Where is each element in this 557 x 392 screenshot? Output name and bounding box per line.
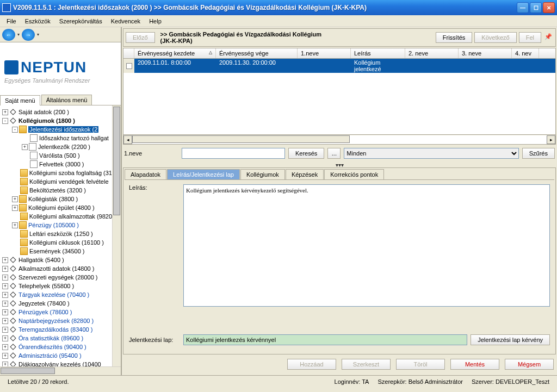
tab-korrekcios[interactable]: Korrekciós pontok	[324, 169, 384, 179]
tree-toggle-icon[interactable]: +	[12, 196, 18, 202]
nav-forward-icon[interactable]: →	[22, 29, 35, 41]
grid-col-header[interactable]: 3. neve	[459, 48, 512, 58]
tree-toggle-icon[interactable]	[22, 135, 29, 141]
tree-toggle-icon[interactable]	[12, 188, 19, 194]
tree-toggle-icon[interactable]: -	[2, 118, 8, 124]
leiras-textarea[interactable]	[183, 184, 550, 307]
tree-toggle-icon[interactable]: +	[2, 318, 8, 324]
tree-item[interactable]: +Teremgazdálkodás (83400 )	[0, 325, 112, 334]
tab-kepzesek[interactable]: Képzések	[286, 169, 324, 179]
up-button[interactable]: Fel	[519, 32, 541, 43]
tree-toggle-icon[interactable]	[12, 240, 19, 246]
tree-toggle-icon[interactable]: +	[2, 257, 8, 263]
tree-item[interactable]: +Hallgatók (5400 )	[0, 256, 112, 264]
edit-button[interactable]: Szerkeszt	[342, 359, 391, 370]
tab-leiras[interactable]: Leírás/Jelentkezési lap	[167, 169, 240, 179]
tree-item[interactable]: Leltári eszközök (1250 )	[0, 229, 112, 238]
tree-vscrollbar[interactable]	[112, 105, 121, 366]
tree-item[interactable]: +Alkalmazotti adatok (14800 )	[0, 264, 112, 273]
grid-col-header[interactable]: 2. neve	[405, 48, 459, 58]
tree-toggle-icon[interactable]	[12, 214, 19, 220]
maximize-button[interactable]: ☐	[530, 2, 542, 13]
tree-item[interactable]: +Pénzügy (105000 )	[0, 221, 112, 229]
filter-input[interactable]	[182, 148, 285, 159]
menu-favorites[interactable]: Kedvencek	[107, 17, 145, 26]
tree-item[interactable]: Felvettek (3000 )	[0, 160, 112, 169]
tree-item[interactable]: +Kollégiumi épület (4800 )	[0, 203, 112, 212]
tab-alapadatok[interactable]: Alapadatok	[125, 169, 166, 179]
menu-help[interactable]: Help	[145, 17, 166, 26]
tree-toggle-icon[interactable]	[12, 231, 19, 237]
tree-item[interactable]: +Diákigazolvány kezelés (10400	[0, 360, 112, 366]
delete-button[interactable]: Töröl	[396, 359, 445, 370]
next-button[interactable]: Következő	[474, 32, 516, 43]
grid-col-header[interactable]	[123, 48, 134, 58]
filter-select[interactable]: Minden	[344, 148, 518, 159]
tree-item[interactable]: Kollégiumi vendégek felvétele	[0, 177, 112, 186]
tree-item[interactable]: +Jelentkezők (2200 )	[0, 142, 112, 151]
tree-toggle-icon[interactable]: +	[2, 344, 8, 350]
nav-tree[interactable]: +Saját adatok (200 )-Kollégiumok (1800 )…	[0, 105, 112, 366]
tree-item[interactable]: Időszakhoz tartozó hallgat	[0, 134, 112, 142]
refresh-button[interactable]: Frissítés	[436, 32, 473, 43]
menu-tools[interactable]: Eszközök	[21, 17, 55, 26]
grid-col-header[interactable]: Érvényesség vége	[216, 48, 298, 58]
close-button[interactable]: ✕	[543, 2, 555, 13]
tree-toggle-icon[interactable]: +	[12, 205, 18, 211]
lap-input[interactable]	[183, 334, 467, 345]
tab-kollegiumok[interactable]: Kollégiumok	[240, 169, 285, 179]
tree-toggle-icon[interactable]: +	[2, 292, 8, 298]
scroll-right-icon[interactable]: ▸	[547, 135, 555, 144]
tree-item[interactable]: Kollégiumi szoba foglaltság (31	[0, 169, 112, 177]
tree-item[interactable]: +Órarendkészítés (90400 )	[0, 343, 112, 351]
tree-item[interactable]: -Kollégiumok (1800 )	[0, 116, 112, 125]
tree-item[interactable]: +Adminisztráció (95400 )	[0, 351, 112, 360]
minimize-button[interactable]: —	[517, 2, 529, 13]
filter-button[interactable]: Szűrés	[522, 148, 555, 159]
tree-toggle-icon[interactable]	[12, 179, 19, 185]
tree-toggle-icon[interactable]: +	[12, 222, 18, 228]
tree-toggle-icon[interactable]: +	[2, 275, 8, 281]
tree-item[interactable]: Kollégiumi ciklusok (16100 )	[0, 238, 112, 247]
cancel-button[interactable]: Mégsem	[505, 359, 554, 370]
grid-col-header[interactable]: Érvényesség kezdete △	[134, 48, 216, 58]
tree-item[interactable]: +Szervezeti egységek (28000 )	[0, 273, 112, 282]
nav-back-drop-icon[interactable]: ▾	[17, 32, 20, 37]
tab-altalanos-menu[interactable]: Általános menü	[41, 95, 92, 105]
tree-toggle-icon[interactable]	[12, 170, 19, 176]
tree-item[interactable]: +Saját adatok (200 )	[0, 108, 112, 116]
tree-item[interactable]: Kollégiumi alkalmazottak (9820	[0, 212, 112, 221]
tree-item[interactable]: +Óra statisztikák (89600 )	[0, 334, 112, 343]
tree-item[interactable]: Események (34500 )	[0, 247, 112, 256]
grid-col-header[interactable]: Leírás	[351, 48, 405, 58]
nav-forward-drop-icon[interactable]: ▾	[37, 32, 39, 37]
menu-roleswitch[interactable]: Szerepkörváltás	[55, 17, 107, 26]
tree-item[interactable]: Várólista (500 )	[0, 151, 112, 160]
tree-item[interactable]: +Kollégisták (3800 )	[0, 195, 112, 203]
tree-toggle-icon[interactable]	[22, 153, 29, 159]
row-checkbox[interactable]	[126, 63, 132, 69]
pin-icon[interactable]: 📌	[544, 33, 553, 42]
menu-file[interactable]: File	[2, 17, 21, 26]
save-button[interactable]: Mentés	[450, 359, 499, 370]
tree-item[interactable]: +Jegyzetek (78400 )	[0, 299, 112, 308]
lap-kerveny-button[interactable]: Jelentkezési lap kérvény	[471, 334, 550, 345]
nav-back-icon[interactable]: ←	[2, 29, 15, 41]
tree-item[interactable]: +Naptárbejegyzések (82800 )	[0, 316, 112, 325]
browse-button[interactable]: ...	[327, 148, 341, 159]
tree-toggle-icon[interactable]: +	[2, 335, 8, 341]
tree-toggle-icon[interactable]: +	[2, 327, 8, 333]
tree-toggle-icon[interactable]: +	[2, 283, 8, 289]
collapse-icon[interactable]: ▾▾▾	[336, 162, 344, 168]
grid-col-header[interactable]: 4. nev	[512, 48, 539, 58]
tree-hscrollbar[interactable]	[0, 366, 121, 375]
prev-button[interactable]: Előző	[126, 32, 155, 43]
tree-toggle-icon[interactable]: +	[2, 309, 8, 315]
tree-item[interactable]: +Tárgyak kezelése (70400 )	[0, 290, 112, 299]
tree-item[interactable]: -Jelentkezési időszakok (2	[0, 125, 112, 134]
tree-item[interactable]: +Telephelyek (55800 )	[0, 282, 112, 290]
scroll-left-icon[interactable]: ◂	[123, 135, 132, 144]
tree-toggle-icon[interactable]: +	[22, 144, 28, 150]
tree-toggle-icon[interactable]: +	[2, 266, 8, 272]
grid-col-header[interactable]: 1.neve	[298, 48, 351, 58]
